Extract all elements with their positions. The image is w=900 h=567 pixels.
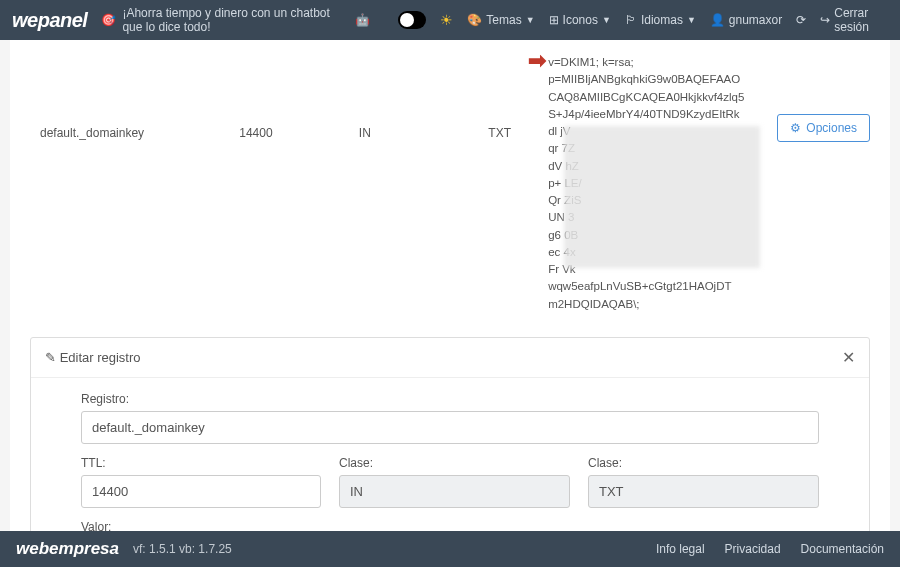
nav-logout-label: Cerrar sesión bbox=[834, 6, 888, 34]
dns-record-name: default._domainkey bbox=[40, 54, 239, 140]
chevron-down-icon: ▼ bbox=[526, 15, 535, 25]
palette-icon: 🎨 bbox=[467, 13, 482, 27]
top-navbar: wepanel 🎯 ¡Ahorra tiempo y dinero con un… bbox=[0, 0, 900, 40]
edit-record-panel: ✎ Editar registro ✕ ➡ Registro: TTL: Cla… bbox=[30, 337, 870, 531]
ttl-label: TTL: bbox=[81, 456, 321, 470]
nav-refresh[interactable]: ⟳ bbox=[796, 13, 806, 27]
edit-panel-header: ✎ Editar registro ✕ bbox=[31, 338, 869, 378]
dns-record-row: default._domainkey 14400 IN TXT v=DKIM1;… bbox=[10, 40, 890, 327]
footer-link-legal[interactable]: Info legal bbox=[656, 542, 705, 556]
type-input[interactable] bbox=[588, 475, 819, 508]
target-icon: 🎯 bbox=[101, 13, 116, 27]
footer-link-privacy[interactable]: Privacidad bbox=[725, 542, 781, 556]
user-icon: 👤 bbox=[710, 13, 725, 27]
main-content: ➡ default._domainkey 14400 IN TXT v=DKIM… bbox=[10, 40, 890, 531]
nav-themes[interactable]: 🎨 Temas ▼ bbox=[467, 13, 534, 27]
nav-logout[interactable]: ↪ Cerrar sesión bbox=[820, 6, 888, 34]
close-icon[interactable]: ✕ bbox=[842, 348, 855, 367]
logout-icon: ↪ bbox=[820, 13, 830, 27]
dns-record-class: IN bbox=[359, 54, 489, 140]
promo-banner[interactable]: 🎯 ¡Ahorra tiempo y dinero con un chatbot… bbox=[101, 6, 370, 34]
footer-link-docs[interactable]: Documentación bbox=[801, 542, 884, 556]
grid-icon: ⊞ bbox=[549, 13, 559, 27]
footer-logo: webempresa bbox=[16, 539, 119, 559]
footer-bar: webempresa vf: 1.5.1 vb: 1.7.25 Info leg… bbox=[0, 531, 900, 567]
options-label: Opciones bbox=[806, 121, 857, 135]
chevron-down-icon: ▼ bbox=[602, 15, 611, 25]
clase2-label: Clase: bbox=[588, 456, 819, 470]
nav-user[interactable]: 👤 gnumaxor bbox=[710, 13, 782, 27]
dns-record-value: v=DKIM1; k=rsa; p=MIIBIjANBgkqhkiG9w0BAQ… bbox=[548, 54, 777, 313]
footer-version: vf: 1.5.1 vb: 1.7.25 bbox=[133, 542, 232, 556]
options-button[interactable]: ⚙ Opciones bbox=[777, 114, 870, 142]
registro-input[interactable] bbox=[81, 411, 819, 444]
redacted-overlay bbox=[564, 126, 760, 268]
edit-panel-title: Editar registro bbox=[60, 350, 141, 365]
clase-label: Clase: bbox=[339, 456, 570, 470]
clase-input[interactable] bbox=[339, 475, 570, 508]
refresh-icon: ⟳ bbox=[796, 13, 806, 27]
flag-icon: 🏳 bbox=[625, 13, 637, 27]
red-arrow-indicator: ➡ bbox=[528, 48, 546, 74]
nav-languages[interactable]: 🏳 Idiomas ▼ bbox=[625, 13, 696, 27]
nav-user-label: gnumaxor bbox=[729, 13, 782, 27]
valor-label: Valor: bbox=[81, 520, 819, 531]
nav-languages-label: Idiomas bbox=[641, 13, 683, 27]
sun-icon: ☀ bbox=[440, 12, 453, 28]
edit-icon: ✎ bbox=[45, 350, 56, 365]
promo-text: ¡Ahorra tiempo y dinero con un chatbot q… bbox=[122, 6, 349, 34]
brand-logo: wepanel bbox=[12, 9, 87, 32]
chevron-down-icon: ▼ bbox=[687, 15, 696, 25]
nav-icons-label: Iconos bbox=[563, 13, 598, 27]
robot-icon: 🤖 bbox=[355, 13, 370, 27]
dark-mode-toggle[interactable] bbox=[398, 11, 426, 29]
nav-icons[interactable]: ⊞ Iconos ▼ bbox=[549, 13, 611, 27]
gear-icon: ⚙ bbox=[790, 121, 801, 135]
dns-record-ttl: 14400 bbox=[239, 54, 359, 140]
ttl-input[interactable] bbox=[81, 475, 321, 508]
nav-themes-label: Temas bbox=[486, 13, 521, 27]
registro-label: Registro: bbox=[81, 392, 819, 406]
